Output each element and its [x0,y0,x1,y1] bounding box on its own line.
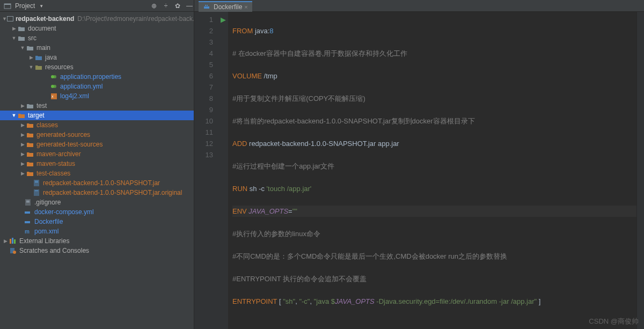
settings-icon[interactable]: ✿ [173,2,182,10]
tree-maven-status[interactable]: maven-status [0,159,194,169]
tree-test[interactable]: test [0,101,194,111]
yml-file-icon [49,83,58,90]
tree-document[interactable]: document [0,24,194,33]
chevron-right-icon[interactable] [19,161,26,166]
svg-rect-16 [34,189,39,196]
chevron-down-icon[interactable] [11,113,17,118]
tree-docker-compose[interactable]: docker-compose.yml [0,207,194,217]
svg-point-28 [13,251,16,254]
tree-dockerfile[interactable]: Dockerfile [0,217,194,226]
excluded-folder-icon [26,141,34,148]
gutter-icons: ▶ [218,12,228,329]
top-bar: Project ▼ ⊕ ÷ ✿ — Dockerfile × [0,0,644,12]
svg-rect-14 [35,181,38,181]
libraries-icon [9,237,17,245]
excluded-folder-icon [26,170,34,177]
editor-tabs: Dockerfile × [194,0,644,11]
tree-jar-original[interactable]: redpacket-backend-1.0.0-SNAPSHOT.jar.ori… [0,188,194,198]
line-number-gutter: 12345678910111213 [194,12,218,329]
chevron-down-icon[interactable] [19,45,26,50]
folder-icon [17,25,26,32]
project-tree[interactable]: redpacket-backend D:\Project\redmoneyrai… [0,12,194,329]
svg-rect-4 [207,5,208,6]
chevron-right-icon[interactable] [19,151,26,157]
hide-icon[interactable]: — [185,2,194,10]
folder-icon [26,102,34,109]
excluded-folder-icon [26,131,34,138]
chevron-right-icon[interactable] [19,171,26,176]
tree-root[interactable]: redpacket-backend D:\Project\redmoneyrai… [0,14,194,24]
svg-rect-6 [8,17,13,21]
xml-file-icon: x [49,92,58,100]
chevron-down-icon[interactable] [11,35,17,41]
excluded-folder-icon [26,150,34,158]
close-icon[interactable]: × [244,4,247,10]
chevron-right-icon[interactable] [19,142,26,147]
chevron-right-icon[interactable] [28,55,34,60]
docker-file-icon [24,218,32,225]
svg-rect-3 [205,5,206,6]
watermark: CSDN @商俊帅 [589,316,639,327]
run-gutter-icon[interactable]: ▶ [218,14,228,25]
svg-text:x: x [52,94,54,98]
tree-gitignore[interactable]: .gitignore [0,198,194,207]
chevron-right-icon[interactable] [19,122,26,128]
root-path: D:\Project\redmoneyrain\redpacket-back..… [77,15,194,23]
chevron-right-icon[interactable] [19,132,26,137]
svg-rect-13 [34,180,39,186]
svg-text:m: m [25,229,30,235]
chevron-right-icon[interactable] [19,103,26,108]
code-editor[interactable]: 12345678910111213 ▶ FROM java:8 # 在docke… [194,12,644,329]
chevron-right-icon[interactable] [2,238,9,244]
tree-jar[interactable]: redpacket-backend-1.0.0-SNAPSHOT.jar [0,178,194,188]
code-area[interactable]: FROM java:8 # 在docker容器中自建容器卷,用于数据保存和持久化… [228,12,636,329]
excluded-folder-icon [17,112,26,119]
jar-file-icon [32,179,41,187]
project-tool-header: Project ▼ ⊕ ÷ ✿ — [0,0,194,12]
svg-rect-26 [14,239,16,244]
chevron-down-icon[interactable] [28,64,34,70]
svg-rect-22 [25,221,30,223]
docker-file-icon [24,208,32,216]
tree-app-props[interactable]: application.properties [0,72,194,82]
tree-classes[interactable]: classes [0,120,194,130]
tree-app-yml[interactable]: application.yml [0,82,194,91]
main-area: redpacket-backend D:\Project\redmoneyrai… [0,12,644,329]
tree-resources[interactable]: resources [0,62,194,72]
select-opened-icon[interactable]: ⊕ [150,2,158,10]
tree-src[interactable]: src [0,33,194,43]
folder-icon [26,44,34,52]
text-file-icon [24,199,32,206]
tree-main[interactable]: main [0,43,194,53]
svg-rect-21 [25,211,30,214]
maven-file-icon: m [24,228,32,235]
tab-dockerfile[interactable]: Dockerfile × [199,1,252,12]
project-title[interactable]: Project [15,2,35,10]
svg-rect-17 [35,191,38,191]
chevron-down-icon[interactable] [2,16,7,21]
tree-pom[interactable]: m pom.xml [0,226,194,236]
folder-icon [17,34,26,42]
editor-scrollbar[interactable] [636,12,644,329]
properties-file-icon [49,73,58,81]
jar-file-icon [32,189,41,196]
project-dropdown-icon[interactable]: ▼ [39,4,43,9]
tree-maven-archiver[interactable]: maven-archiver [0,149,194,159]
tab-label: Dockerfile [214,3,242,11]
tree-gen-sources[interactable]: generated-sources [0,130,194,140]
tree-gen-test-sources[interactable]: generated-test-sources [0,140,194,149]
expand-all-icon[interactable]: ÷ [162,2,170,10]
chevron-right-icon[interactable] [11,26,17,31]
resources-folder-icon [34,63,43,71]
tree-test-classes[interactable]: test-classes [0,169,194,178]
svg-rect-19 [26,201,30,201]
tree-java[interactable]: java [0,53,194,62]
module-icon [7,15,13,23]
tree-target[interactable]: target [0,111,194,120]
tree-external-libraries[interactable]: External Libraries [0,236,194,246]
svg-rect-2 [204,6,209,9]
svg-rect-20 [26,202,30,202]
tree-scratches[interactable]: Scratches and Consoles [0,246,194,255]
svg-rect-24 [10,239,11,244]
tree-log4j2[interactable]: x log4j2.xml [0,91,194,101]
